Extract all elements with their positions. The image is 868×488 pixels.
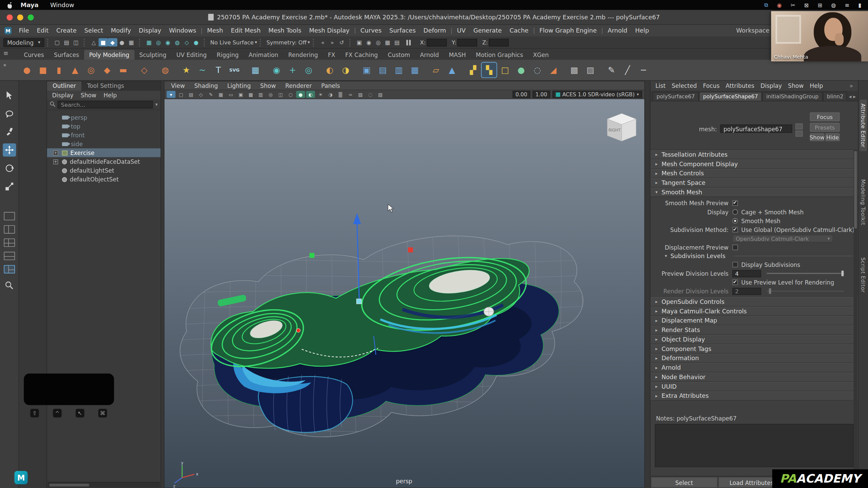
menu-item[interactable]: Flow Graph Engine [536, 27, 601, 34]
menu-item[interactable]: Mesh Display [305, 27, 353, 34]
close-window-icon[interactable]: ⊠ [804, 2, 809, 8]
gamma-field[interactable]: 1.00 [533, 91, 550, 98]
duplicate-special-icon[interactable]: ▱ [428, 62, 443, 77]
lock-camera-icon[interactable]: ▢ [177, 91, 186, 98]
tab-scroll-right-icon[interactable]: ▸ [853, 94, 856, 100]
poly-disc-icon[interactable]: ▬ [116, 62, 131, 77]
menu-set-selector[interactable]: Modeling▾ [3, 38, 44, 47]
snap-to-view-plane-icon[interactable]: ◇ [182, 38, 192, 46]
poly-torus-icon[interactable]: ◎ [83, 62, 98, 77]
node-label[interactable]: persp [71, 114, 87, 121]
wireframe-icon[interactable]: ○ [286, 91, 295, 98]
select-tool[interactable] [2, 89, 16, 102]
snap-to-curve-icon[interactable]: ◎ [154, 38, 163, 46]
menu-item[interactable]: Display [135, 27, 165, 34]
layout-two-panes-side[interactable] [4, 225, 15, 233]
ae-menu-item[interactable]: Show [788, 82, 804, 89]
menu-item[interactable]: Create [53, 27, 81, 34]
make-object-live-icon[interactable]: ● [191, 38, 201, 46]
mesh-name-field[interactable]: polySurfaceShape67 [720, 124, 792, 133]
shelf-gear-icon[interactable]: * [3, 62, 8, 70]
menu-item[interactable]: Help [631, 27, 653, 34]
curve-to-poly-icon[interactable]: ~ [195, 62, 210, 77]
extract-faces-icon[interactable]: □ [498, 62, 513, 77]
cut-icon[interactable]: ✂ [791, 2, 795, 8]
sidebar-vertical-tab[interactable]: Attribute Editor [860, 100, 867, 152]
live-surface-indicator[interactable]: No Live Surface [210, 39, 254, 45]
ae-scrollbar[interactable] [854, 150, 857, 475]
shelf-tab[interactable]: FX [323, 50, 340, 60]
scale-tool[interactable] [2, 180, 16, 193]
output-connections-icon[interactable]: » [328, 38, 337, 46]
ae-section-header[interactable]: ▸Mesh Component Display [651, 159, 858, 169]
viewport-menu-item[interactable]: Show [260, 82, 276, 89]
ae-section-header[interactable]: ▸Deformation [651, 354, 858, 363]
z-coord-input[interactable] [489, 38, 509, 46]
node-label[interactable]: side [71, 141, 83, 148]
menu-item[interactable]: Generate [469, 27, 506, 34]
outliner-row[interactable]: defaultLightSet [47, 166, 161, 175]
ae-menu-item[interactable]: Display [760, 82, 782, 89]
subdivision-levels-header[interactable]: ▾Subdivision Levels [651, 252, 858, 260]
shadows-icon[interactable]: ◑ [326, 91, 335, 98]
swatch-button-2[interactable] [795, 131, 803, 137]
menu-item[interactable]: | [450, 27, 453, 34]
menu-item[interactable]: Select [80, 27, 107, 34]
layout-single-pane[interactable] [4, 212, 15, 220]
poly-cone-icon[interactable]: ▲ [67, 62, 82, 77]
menu-item[interactable]: Deform [420, 27, 450, 34]
mac-menu-item[interactable]: Window [46, 1, 78, 8]
layout-four-panes[interactable] [4, 238, 15, 247]
paint-selection-tool[interactable] [2, 125, 16, 138]
outliner-row[interactable]: + Exercise [47, 148, 161, 157]
ae-node-tab[interactable]: initialShadingGroup [763, 92, 823, 101]
node-label[interactable]: Exercise [70, 150, 94, 156]
menu-item[interactable]: UV [453, 27, 469, 34]
pause-evaluation-button[interactable] [406, 40, 410, 45]
displacement-preview-checkbox[interactable] [732, 245, 738, 250]
snap-to-point-icon[interactable]: ◉ [163, 38, 173, 46]
viewport-canvas[interactable]: RIGHT y x z persp [165, 99, 644, 488]
lattice-icon[interactable]: ▩ [567, 62, 582, 77]
ae-section-header[interactable]: ▸OpenSubdiv Controls [651, 297, 858, 307]
boolean-union-icon[interactable]: ▣ [359, 62, 374, 77]
anti-alias-icon[interactable]: ▨ [356, 91, 365, 98]
separate-selected-icon[interactable]: ▚ [482, 62, 497, 77]
outliner-menu-item[interactable]: Display [52, 92, 73, 99]
motion-blur-icon[interactable]: ≈ [346, 91, 355, 98]
open-render-view-icon[interactable]: ▣ [355, 38, 364, 46]
crease-tool-icon[interactable]: ◢ [546, 62, 561, 77]
shelf-tab[interactable]: Custom [383, 50, 415, 60]
image-plane-icon[interactable]: ▤ [187, 91, 195, 98]
hide-button[interactable]: Hide [825, 133, 840, 141]
resolution-gate-icon[interactable]: ▣ [236, 91, 245, 98]
move-tool[interactable] [2, 143, 16, 157]
smooth-mesh-radio[interactable] [732, 218, 738, 223]
viewport-menu-item[interactable]: Renderer [285, 82, 312, 89]
menu-item[interactable]: Windows [165, 27, 200, 34]
minimize-button[interactable] [17, 14, 23, 20]
ae-menu-item[interactable]: Focus [703, 82, 719, 89]
menu-item[interactable]: Edit Mesh [227, 27, 265, 34]
two-d-pan-zoom-icon[interactable]: ◇ [196, 91, 205, 98]
use-all-lights-icon[interactable]: ☀ [316, 91, 325, 98]
outliner-row[interactable]: top [47, 122, 161, 131]
ae-collapse-icon[interactable]: » [849, 82, 853, 89]
workspace-label[interactable]: Workspace [736, 25, 769, 36]
rotate-tool[interactable] [2, 162, 16, 175]
screen-space-ao-icon[interactable]: ▒ [336, 91, 345, 98]
outliner-menu-item[interactable]: Help [103, 92, 117, 99]
select-by-object-icon[interactable]: ■ [98, 38, 108, 46]
textured-icon[interactable]: ◐ [306, 91, 315, 98]
save-scene-icon[interactable]: ◫ [71, 38, 81, 46]
notes-textarea[interactable] [655, 424, 854, 467]
shelf-tab[interactable]: Poly Modeling [84, 50, 134, 60]
outliner-tab[interactable]: Outliner [47, 81, 82, 91]
snap-to-projected-center-icon[interactable]: ◍ [173, 38, 182, 46]
poly-cylinder-icon[interactable]: ▮ [52, 62, 66, 77]
combine-icon[interactable]: ◐ [322, 62, 337, 77]
time-machine-icon[interactable]: ◍ [831, 2, 836, 8]
viewcube-face-label[interactable]: RIGHT [609, 128, 621, 133]
quad-mesh-icon[interactable]: ▨ [583, 62, 598, 77]
tab-scroll-left-icon[interactable]: ◂ [849, 94, 851, 100]
